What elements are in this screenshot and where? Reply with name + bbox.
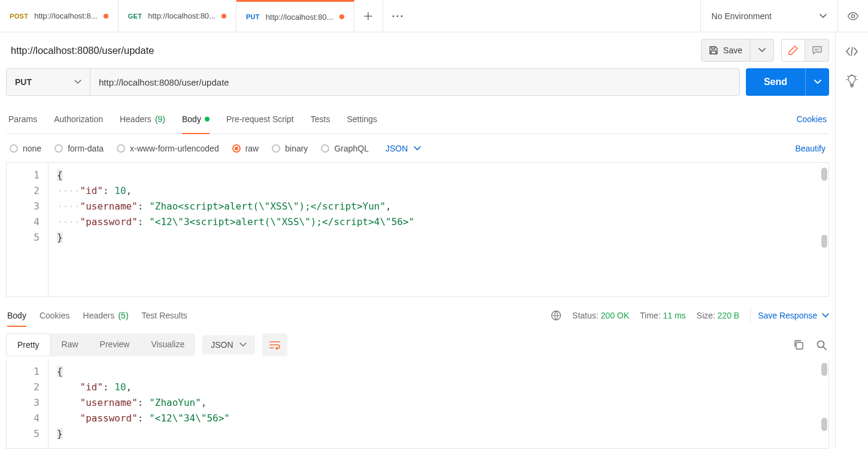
- code-area[interactable]: { "id": 10, "username": "ZhaoYun", "pass…: [48, 359, 828, 448]
- view-visualize[interactable]: Visualize: [140, 333, 195, 356]
- code-token: "username": [80, 397, 138, 408]
- code-token: :: [103, 381, 114, 393]
- body-mode-raw[interactable]: raw: [232, 144, 259, 153]
- code-token: "<12\"34\"56>": [149, 412, 230, 424]
- comment-icon: [812, 45, 823, 55]
- line-number: 4: [7, 411, 40, 426]
- request-tab-1[interactable]: GET http://localhost:80...: [119, 0, 236, 32]
- code-area[interactable]: { ····"id": 10, ····"username": "Zhao<sc…: [48, 163, 828, 296]
- globe-icon[interactable]: [551, 310, 562, 321]
- radio-label: none: [23, 144, 41, 153]
- response-format-select[interactable]: JSON: [202, 335, 254, 354]
- comments-button[interactable]: [805, 39, 829, 62]
- cookies-link[interactable]: Cookies: [796, 114, 829, 124]
- seg-label: Raw: [62, 339, 78, 349]
- environment-area: No Environment: [700, 0, 868, 32]
- beautify-button[interactable]: Beautify: [795, 144, 829, 153]
- code-token: :: [138, 412, 149, 424]
- tab-authorization[interactable]: Authorization: [54, 104, 103, 134]
- code-token: "password": [80, 216, 138, 227]
- code-token: ,: [126, 185, 132, 196]
- code-token: 10: [114, 381, 126, 393]
- meta-label: Time:: [640, 311, 660, 320]
- search-button[interactable]: [816, 339, 827, 350]
- tab-prerequest[interactable]: Pre-request Script: [226, 104, 294, 134]
- svg-point-3: [851, 14, 854, 17]
- wrap-lines-button[interactable]: [262, 333, 287, 356]
- response-tab-headers[interactable]: Headers (5): [83, 301, 129, 330]
- extras-button-group: [781, 39, 829, 62]
- chevron-down-icon: [820, 14, 827, 19]
- method-url-field: PUT: [6, 68, 740, 96]
- code-token: ····: [57, 201, 80, 212]
- tab-body[interactable]: Body: [182, 104, 210, 134]
- response-tab-tests[interactable]: Test Results: [142, 301, 187, 330]
- view-pretty[interactable]: Pretty: [6, 333, 51, 356]
- radio-icon: [117, 144, 125, 153]
- tab-label: Headers: [120, 114, 151, 124]
- raw-format-select[interactable]: JSON: [386, 144, 421, 153]
- request-tab-0[interactable]: POST http://localhost:8...: [0, 0, 119, 32]
- code-token: ,: [126, 381, 132, 393]
- right-rail: [835, 32, 868, 449]
- body-mode-xform[interactable]: x-www-form-urlencoded: [117, 144, 219, 153]
- request-tabs: POST http://localhost:8... GET http://lo…: [0, 0, 700, 32]
- ellipsis-icon: [392, 15, 403, 17]
- save-response-button[interactable]: Save Response: [750, 307, 829, 324]
- request-body-editor[interactable]: 1 2 3 4 5 { ····"id": 10, ····"username"…: [6, 163, 829, 297]
- chevron-down-icon: [239, 342, 247, 347]
- copy-button[interactable]: [793, 339, 804, 350]
- format-label: JSON: [211, 340, 233, 350]
- view-raw[interactable]: Raw: [51, 333, 89, 356]
- code-snippet-button[interactable]: [845, 47, 858, 56]
- tab-tests[interactable]: Tests: [311, 104, 330, 134]
- url-input[interactable]: [90, 69, 739, 95]
- edit-button[interactable]: [781, 39, 805, 62]
- code-token: "password": [80, 412, 138, 424]
- send-button[interactable]: Send: [746, 68, 805, 96]
- svg-point-6: [818, 341, 824, 348]
- view-preview[interactable]: Preview: [89, 333, 141, 356]
- modified-dot-icon: [205, 117, 210, 122]
- code-token: ,: [386, 201, 391, 212]
- scrollbar-thumb[interactable]: [821, 168, 827, 181]
- body-mode-binary[interactable]: binary: [272, 144, 308, 153]
- tab-overflow-button[interactable]: [383, 0, 412, 32]
- save-button[interactable]: Save: [701, 39, 750, 62]
- body-mode-formdata[interactable]: form-data: [54, 144, 104, 153]
- unsaved-dot-icon: [339, 14, 344, 19]
- request-name[interactable]: http://localhost:8080/user/update: [6, 45, 694, 56]
- tab-label: Body: [182, 114, 201, 124]
- body-mode-none[interactable]: none: [10, 144, 41, 153]
- svg-rect-5: [796, 342, 803, 349]
- tab-params[interactable]: Params: [8, 104, 37, 134]
- unsaved-dot-icon: [104, 14, 108, 19]
- response-tab-body[interactable]: Body: [7, 301, 26, 330]
- lightbulb-button[interactable]: [846, 74, 858, 87]
- environment-select[interactable]: No Environment: [701, 0, 838, 32]
- save-options-button[interactable]: [750, 39, 774, 62]
- radio-icon: [232, 144, 241, 153]
- scrollbar-thumb[interactable]: [821, 235, 827, 248]
- code-token: "ZhaoYun": [149, 397, 201, 408]
- pencil-icon: [788, 45, 799, 56]
- plus-icon: [363, 11, 373, 21]
- response-body-viewer[interactable]: 1 2 3 4 5 { "id": 10, "username": "ZhaoY…: [6, 359, 829, 449]
- tab-headers[interactable]: Headers (9): [120, 104, 165, 134]
- request-tab-2[interactable]: PUT http://localhost:80...: [236, 0, 354, 32]
- radio-label: form-data: [68, 144, 104, 153]
- response-tab-cookies[interactable]: Cookies: [40, 301, 70, 330]
- radio-label: binary: [285, 144, 308, 153]
- format-label: JSON: [386, 144, 408, 153]
- new-tab-button[interactable]: [354, 0, 383, 32]
- request-subtabs: Params Authorization Headers (9) Body Pr…: [6, 104, 829, 134]
- environment-quicklook-button[interactable]: [838, 12, 868, 20]
- scrollbar-thumb[interactable]: [821, 418, 827, 431]
- method-select[interactable]: PUT: [7, 69, 90, 95]
- tab-label: Tests: [311, 114, 330, 124]
- scrollbar-thumb[interactable]: [821, 363, 827, 376]
- body-mode-graphql[interactable]: GraphQL: [321, 144, 369, 153]
- send-options-button[interactable]: [805, 68, 829, 96]
- eye-icon: [847, 12, 859, 20]
- tab-settings[interactable]: Settings: [347, 104, 377, 134]
